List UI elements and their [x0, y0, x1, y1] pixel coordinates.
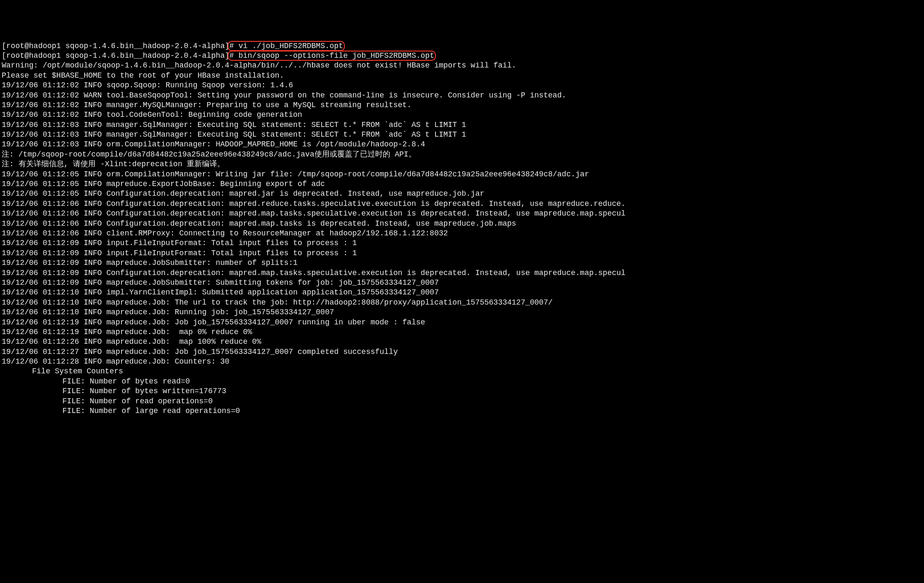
terminal-line: 19/12/06 01:12:05 INFO orm.CompilationMa…	[2, 170, 922, 179]
terminal-line: [root@hadoop1 sqoop-1.4.6.bin__hadoop-2.…	[2, 41, 922, 51]
terminal-line: 19/12/06 01:12:10 INFO mapreduce.Job: Ru…	[2, 308, 922, 317]
terminal-line: 19/12/06 01:12:05 INFO mapreduce.ExportJ…	[2, 179, 922, 189]
terminal-line: Please set $HBASE_HOME to the root of yo…	[2, 71, 922, 81]
terminal-line: 19/12/06 01:12:03 INFO orm.CompilationMa…	[2, 140, 922, 149]
terminal-line: 19/12/06 01:12:27 INFO mapreduce.Job: Jo…	[2, 347, 922, 357]
terminal-output[interactable]: [root@hadoop1 sqoop-1.4.6.bin__hadoop-2.…	[2, 41, 922, 416]
terminal-line: 19/12/06 01:12:28 INFO mapreduce.Job: Co…	[2, 357, 922, 367]
terminal-line: 19/12/06 01:12:02 WARN tool.BaseSqoopToo…	[2, 91, 922, 100]
command-prefix: #	[229, 42, 239, 50]
terminal-line: FILE: Number of bytes written=176773	[2, 386, 922, 396]
shell-prompt: [root@hadoop1 sqoop-1.4.6.bin__hadoop-2.…	[2, 51, 229, 60]
terminal-line: 注: 有关详细信息, 请使用 -Xlint:deprecation 重新编译。	[2, 159, 922, 169]
terminal-line: File System Counters	[2, 367, 922, 376]
terminal-line: 19/12/06 01:12:26 INFO mapreduce.Job: ma…	[2, 337, 922, 347]
terminal-line: 19/12/06 01:12:06 INFO client.RMProxy: C…	[2, 229, 922, 238]
terminal-line: FILE: Number of read operations=0	[2, 397, 922, 406]
shell-prompt: [root@hadoop1 sqoop-1.4.6.bin__hadoop-2.…	[2, 42, 229, 50]
terminal-line: [root@hadoop1 sqoop-1.4.6.bin__hadoop-2.…	[2, 51, 922, 61]
terminal-line: FILE: Number of bytes read=0	[2, 377, 922, 386]
highlighted-command: # vi ./job_HDFS2RDBMS.opt	[229, 42, 343, 50]
command-text: bin/sqoop --options-file job_HDFS2RDBMS.…	[239, 51, 434, 60]
terminal-line: 19/12/06 01:12:19 INFO mapreduce.Job: Jo…	[2, 318, 922, 327]
terminal-line: 19/12/06 01:12:10 INFO impl.YarnClientIm…	[2, 288, 922, 297]
terminal-line: 19/12/06 01:12:09 INFO mapreduce.JobSubm…	[2, 278, 922, 288]
terminal-line: 19/12/06 01:12:10 INFO mapreduce.Job: Th…	[2, 298, 922, 308]
terminal-line: 19/12/06 01:12:06 INFO Configuration.dep…	[2, 219, 922, 229]
terminal-line: 19/12/06 01:12:09 INFO Configuration.dep…	[2, 268, 922, 278]
terminal-line: 19/12/06 01:12:02 INFO manager.MySQLMana…	[2, 100, 922, 110]
command-prefix: #	[229, 51, 239, 60]
terminal-line: 19/12/06 01:12:03 INFO manager.SqlManage…	[2, 120, 922, 130]
terminal-line: 19/12/06 01:12:02 INFO sqoop.Sqoop: Runn…	[2, 81, 922, 90]
terminal-line: 19/12/06 01:12:06 INFO Configuration.dep…	[2, 199, 922, 209]
terminal-line: 19/12/06 01:12:19 INFO mapreduce.Job: ma…	[2, 327, 922, 337]
terminal-line: 19/12/06 01:12:05 INFO Configuration.dep…	[2, 189, 922, 199]
terminal-line: 注: /tmp/sqoop-root/compile/d6a7d84482c19…	[2, 150, 922, 159]
terminal-line: 19/12/06 01:12:09 INFO input.FileInputFo…	[2, 248, 922, 258]
highlighted-command: # bin/sqoop --options-file job_HDFS2RDBM…	[229, 51, 434, 60]
terminal-line: 19/12/06 01:12:06 INFO Configuration.dep…	[2, 209, 922, 219]
terminal-line: FILE: Number of large read operations=0	[2, 406, 922, 416]
terminal-line: 19/12/06 01:12:09 INFO mapreduce.JobSubm…	[2, 258, 922, 268]
terminal-line: 19/12/06 01:12:09 INFO input.FileInputFo…	[2, 238, 922, 248]
command-text: vi ./job_HDFS2RDBMS.opt	[239, 42, 343, 50]
terminal-line: 19/12/06 01:12:02 INFO tool.CodeGenTool:…	[2, 110, 922, 120]
terminal-line: 19/12/06 01:12:03 INFO manager.SqlManage…	[2, 130, 922, 140]
terminal-line: Warning: /opt/module/sqoop-1.4.6.bin__ha…	[2, 61, 922, 70]
